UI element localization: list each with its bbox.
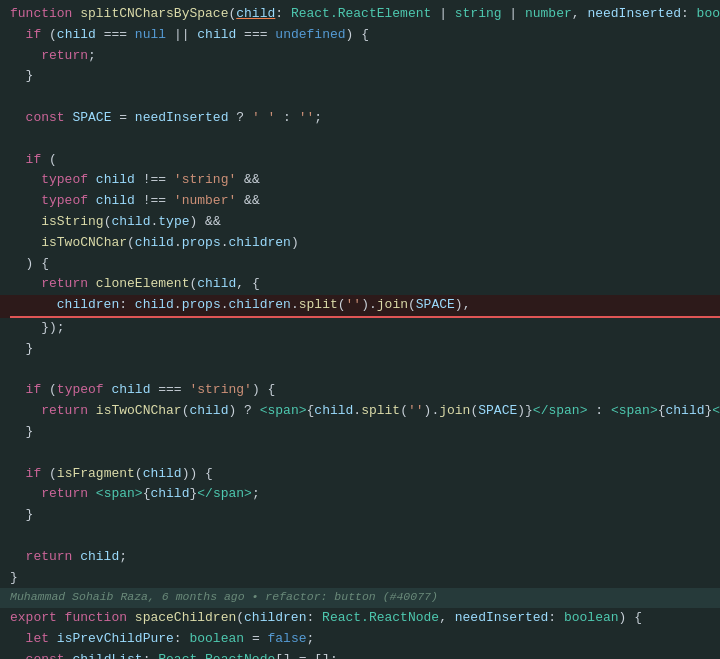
code-editor: function splitCNCharsBySpace(child: Reac… <box>0 0 720 659</box>
line-content: let isPrevChildPure: boolean = false; <box>10 629 314 650</box>
line-content: } <box>10 339 33 360</box>
code-line-8: if ( <box>0 150 720 171</box>
git-blame-line: Muhammad Sohaib Raza, 6 months ago • ref… <box>0 588 720 608</box>
line-content: } <box>10 568 18 589</box>
code-line-24: return <span>{child}</span>; <box>0 484 720 505</box>
line-content: return child; <box>10 547 127 568</box>
code-line-13: ) { <box>0 254 720 275</box>
line-content: return; <box>10 46 96 67</box>
line-content: isString(child.type) && <box>10 212 221 233</box>
code-line-5 <box>0 87 720 108</box>
code-line-7 <box>0 129 720 150</box>
code-line-28: } <box>0 568 720 589</box>
code-line-30: export function spaceChildren(children: … <box>0 608 720 629</box>
code-line-18 <box>0 360 720 381</box>
line-content: ) { <box>10 254 49 275</box>
line-content: }); <box>10 318 65 339</box>
code-line-31: let isPrevChildPure: boolean = false; <box>0 629 720 650</box>
code-line-15: children: child.props.children.split('')… <box>0 295 720 318</box>
code-line-2: if (child === null || child === undefine… <box>0 25 720 46</box>
code-line-1: function splitCNCharsBySpace(child: Reac… <box>0 4 720 25</box>
code-line-20: return isTwoCNChar(child) ? <span>{child… <box>0 401 720 422</box>
line-content: return isTwoCNChar(child) ? <span>{child… <box>10 401 720 422</box>
line-content: if (child === null || child === undefine… <box>10 25 369 46</box>
line-content: export function spaceChildren(children: … <box>10 608 642 629</box>
line-content: const SPACE = needInserted ? ' ' : ''; <box>10 108 322 129</box>
line-content: } <box>10 422 33 443</box>
line-content: return cloneElement(child, { <box>10 274 260 295</box>
line-content: typeof child !== 'string' && <box>10 170 260 191</box>
code-line-26 <box>0 526 720 547</box>
code-line-27: return child; <box>0 547 720 568</box>
line-content: children: child.props.children.split('')… <box>10 295 720 318</box>
code-line-6: const SPACE = needInserted ? ' ' : ''; <box>0 108 720 129</box>
line-content: function splitCNCharsBySpace(child: Reac… <box>10 4 720 25</box>
code-line-17: } <box>0 339 720 360</box>
line-content: return <span>{child}</span>; <box>10 484 260 505</box>
code-line-19: if (typeof child === 'string') { <box>0 380 720 401</box>
code-line-23: if (isFragment(child)) { <box>0 464 720 485</box>
code-line-32: const childList: React.ReactNode[] = []; <box>0 650 720 659</box>
line-content: const childList: React.ReactNode[] = []; <box>10 650 338 659</box>
code-line-16: }); <box>0 318 720 339</box>
code-line-9: typeof child !== 'string' && <box>0 170 720 191</box>
line-content: } <box>10 505 33 526</box>
code-line-4: } <box>0 66 720 87</box>
code-line-22 <box>0 443 720 464</box>
line-content: isTwoCNChar(child.props.children) <box>10 233 299 254</box>
code-line-14: return cloneElement(child, { <box>0 274 720 295</box>
code-line-25: } <box>0 505 720 526</box>
line-content: } <box>10 66 33 87</box>
line-content: if (isFragment(child)) { <box>10 464 213 485</box>
code-line-11: isString(child.type) && <box>0 212 720 233</box>
code-line-12: isTwoCNChar(child.props.children) <box>0 233 720 254</box>
line-content: if (typeof child === 'string') { <box>10 380 275 401</box>
line-content: typeof child !== 'number' && <box>10 191 260 212</box>
code-line-21: } <box>0 422 720 443</box>
code-line-10: typeof child !== 'number' && <box>0 191 720 212</box>
line-content: if ( <box>10 150 57 171</box>
git-blame-text: Muhammad Sohaib Raza, 6 months ago • ref… <box>10 588 438 606</box>
code-line-3: return; <box>0 46 720 67</box>
